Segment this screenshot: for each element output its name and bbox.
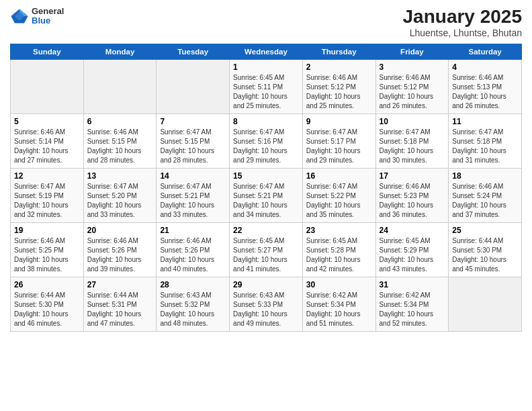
- day-number: 29: [233, 280, 299, 289]
- day-info: Sunrise: 6:47 AMSunset: 5:22 PMDaylight:…: [306, 182, 372, 220]
- table-row: 26Sunrise: 6:44 AMSunset: 5:30 PMDayligh…: [11, 277, 84, 331]
- table-row: 15Sunrise: 6:47 AMSunset: 5:21 PMDayligh…: [230, 168, 303, 222]
- day-info: Sunrise: 6:45 AMSunset: 5:27 PMDaylight:…: [233, 236, 299, 274]
- calendar-week-row: 1Sunrise: 6:45 AMSunset: 5:11 PMDaylight…: [11, 59, 522, 113]
- day-number: 4: [452, 62, 518, 72]
- calendar-week-row: 5Sunrise: 6:46 AMSunset: 5:14 PMDaylight…: [11, 113, 522, 168]
- col-friday: Friday: [375, 44, 449, 59]
- day-info: Sunrise: 6:46 AMSunset: 5:12 PMDaylight:…: [380, 73, 445, 111]
- day-info: Sunrise: 6:46 AMSunset: 5:14 PMDaylight:…: [14, 128, 80, 165]
- day-number: 11: [452, 117, 518, 126]
- table-row: 2Sunrise: 6:46 AMSunset: 5:12 PMDaylight…: [302, 59, 375, 113]
- day-number: 21: [160, 226, 226, 235]
- day-info: Sunrise: 6:44 AMSunset: 5:31 PMDaylight:…: [87, 291, 153, 328]
- table-row: 9Sunrise: 6:47 AMSunset: 5:17 PMDaylight…: [302, 113, 375, 168]
- table-row: 31Sunrise: 6:42 AMSunset: 5:34 PMDayligh…: [375, 277, 449, 331]
- day-info: Sunrise: 6:46 AMSunset: 5:23 PMDaylight:…: [380, 182, 445, 220]
- day-info: Sunrise: 6:43 AMSunset: 5:32 PMDaylight:…: [160, 291, 226, 328]
- table-row: 18Sunrise: 6:46 AMSunset: 5:24 PMDayligh…: [449, 168, 522, 222]
- day-info: Sunrise: 6:42 AMSunset: 5:34 PMDaylight:…: [306, 291, 372, 328]
- day-number: 15: [233, 171, 299, 181]
- day-number: 27: [87, 280, 153, 289]
- day-info: Sunrise: 6:46 AMSunset: 5:15 PMDaylight:…: [87, 128, 153, 165]
- day-number: 10: [380, 117, 445, 126]
- col-thursday: Thursday: [302, 44, 375, 59]
- col-tuesday: Tuesday: [157, 44, 230, 59]
- day-info: Sunrise: 6:47 AMSunset: 5:17 PMDaylight:…: [306, 128, 372, 165]
- logo-general-text: General: [32, 7, 64, 16]
- table-row: 14Sunrise: 6:47 AMSunset: 5:21 PMDayligh…: [157, 168, 230, 222]
- calendar-week-row: 12Sunrise: 6:47 AMSunset: 5:19 PMDayligh…: [11, 168, 522, 222]
- day-number: 17: [380, 171, 445, 181]
- day-info: Sunrise: 6:42 AMSunset: 5:34 PMDaylight:…: [380, 291, 445, 328]
- day-info: Sunrise: 6:46 AMSunset: 5:13 PMDaylight:…: [452, 73, 518, 111]
- day-info: Sunrise: 6:46 AMSunset: 5:26 PMDaylight:…: [160, 236, 226, 274]
- col-monday: Monday: [83, 44, 157, 59]
- table-row: 1Sunrise: 6:45 AMSunset: 5:11 PMDaylight…: [230, 59, 303, 113]
- day-number: 13: [87, 171, 153, 181]
- day-number: 16: [306, 171, 372, 181]
- weekday-header-row: Sunday Monday Tuesday Wednesday Thursday…: [11, 44, 522, 59]
- logo-icon: [10, 7, 29, 26]
- table-row: 27Sunrise: 6:44 AMSunset: 5:31 PMDayligh…: [83, 277, 157, 331]
- table-row: 21Sunrise: 6:46 AMSunset: 5:26 PMDayligh…: [157, 222, 230, 277]
- title-block: January 2025 Lhuentse, Lhuntse, Bhutan: [403, 7, 522, 38]
- day-info: Sunrise: 6:45 AMSunset: 5:28 PMDaylight:…: [306, 236, 372, 274]
- logo-blue-text: Blue: [32, 16, 64, 26]
- day-info: Sunrise: 6:46 AMSunset: 5:12 PMDaylight:…: [306, 73, 372, 111]
- table-row: 17Sunrise: 6:46 AMSunset: 5:23 PMDayligh…: [375, 168, 449, 222]
- table-row: 16Sunrise: 6:47 AMSunset: 5:22 PMDayligh…: [302, 168, 375, 222]
- day-info: Sunrise: 6:47 AMSunset: 5:16 PMDaylight:…: [233, 128, 299, 165]
- logo: General Blue: [10, 7, 64, 26]
- table-row: 12Sunrise: 6:47 AMSunset: 5:19 PMDayligh…: [11, 168, 84, 222]
- col-sunday: Sunday: [11, 44, 84, 59]
- table-row: 8Sunrise: 6:47 AMSunset: 5:16 PMDaylight…: [230, 113, 303, 168]
- day-info: Sunrise: 6:43 AMSunset: 5:33 PMDaylight:…: [233, 291, 299, 328]
- table-row: 22Sunrise: 6:45 AMSunset: 5:27 PMDayligh…: [230, 222, 303, 277]
- table-row: 24Sunrise: 6:45 AMSunset: 5:29 PMDayligh…: [375, 222, 449, 277]
- col-saturday: Saturday: [449, 44, 522, 59]
- day-info: Sunrise: 6:44 AMSunset: 5:30 PMDaylight:…: [14, 291, 80, 328]
- calendar-week-row: 19Sunrise: 6:46 AMSunset: 5:25 PMDayligh…: [11, 222, 522, 277]
- day-number: 31: [380, 280, 445, 289]
- table-row: 30Sunrise: 6:42 AMSunset: 5:34 PMDayligh…: [302, 277, 375, 331]
- day-number: 19: [14, 226, 80, 235]
- table-row: 23Sunrise: 6:45 AMSunset: 5:28 PMDayligh…: [302, 222, 375, 277]
- table-row: 20Sunrise: 6:46 AMSunset: 5:26 PMDayligh…: [83, 222, 157, 277]
- table-row: 11Sunrise: 6:47 AMSunset: 5:18 PMDayligh…: [449, 113, 522, 168]
- day-number: 26: [14, 280, 80, 289]
- day-number: 30: [306, 280, 372, 289]
- table-row: 7Sunrise: 6:47 AMSunset: 5:15 PMDaylight…: [157, 113, 230, 168]
- day-info: Sunrise: 6:47 AMSunset: 5:21 PMDaylight:…: [233, 182, 299, 220]
- day-number: 9: [306, 117, 372, 126]
- day-info: Sunrise: 6:46 AMSunset: 5:24 PMDaylight:…: [452, 182, 518, 220]
- table-row: 10Sunrise: 6:47 AMSunset: 5:18 PMDayligh…: [375, 113, 449, 168]
- day-number: 24: [380, 226, 445, 235]
- calendar-week-row: 26Sunrise: 6:44 AMSunset: 5:30 PMDayligh…: [11, 277, 522, 331]
- day-info: Sunrise: 6:46 AMSunset: 5:26 PMDaylight:…: [87, 236, 153, 274]
- table-row: [83, 59, 157, 113]
- day-number: 28: [160, 280, 226, 289]
- table-row: [11, 59, 84, 113]
- calendar-subtitle: Lhuentse, Lhuntse, Bhutan: [403, 28, 522, 38]
- table-row: 5Sunrise: 6:46 AMSunset: 5:14 PMDaylight…: [11, 113, 84, 168]
- day-info: Sunrise: 6:47 AMSunset: 5:18 PMDaylight:…: [452, 128, 518, 165]
- day-number: 23: [306, 226, 372, 235]
- table-row: 13Sunrise: 6:47 AMSunset: 5:20 PMDayligh…: [83, 168, 157, 222]
- day-info: Sunrise: 6:47 AMSunset: 5:20 PMDaylight:…: [87, 182, 153, 220]
- day-number: 12: [14, 171, 80, 181]
- day-number: 1: [233, 62, 299, 72]
- day-number: 3: [380, 62, 445, 72]
- day-info: Sunrise: 6:47 AMSunset: 5:21 PMDaylight:…: [160, 182, 226, 220]
- day-number: 2: [306, 62, 372, 72]
- day-number: 7: [160, 117, 226, 126]
- day-info: Sunrise: 6:47 AMSunset: 5:15 PMDaylight:…: [160, 128, 226, 165]
- calendar-title: January 2025: [403, 7, 522, 28]
- col-wednesday: Wednesday: [230, 44, 303, 59]
- day-number: 8: [233, 117, 299, 126]
- day-number: 6: [87, 117, 153, 126]
- table-row: [449, 277, 522, 331]
- calendar-table: Sunday Monday Tuesday Wednesday Thursday…: [10, 44, 522, 332]
- day-number: 20: [87, 226, 153, 235]
- day-number: 25: [452, 226, 518, 235]
